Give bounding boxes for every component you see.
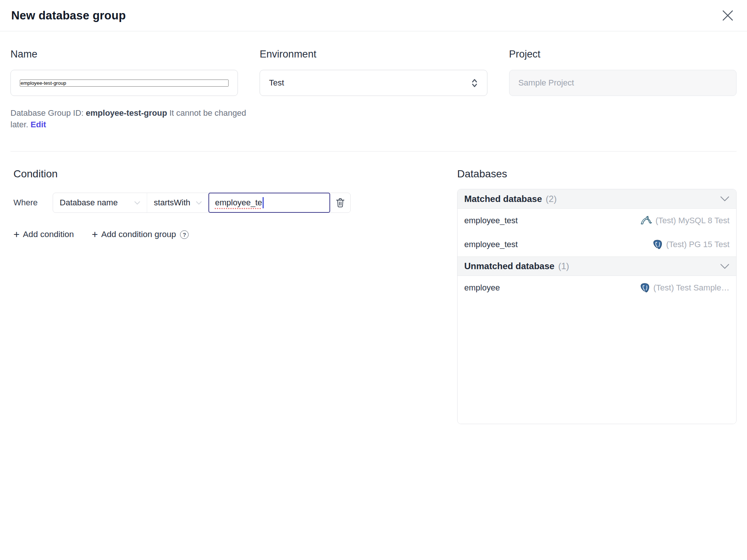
- chevron-down-icon: [134, 201, 140, 205]
- database-row[interactable]: employee (Test) Test Sample…: [458, 276, 736, 300]
- name-label: Name: [10, 49, 238, 60]
- help-icon[interactable]: ?: [180, 230, 189, 239]
- close-button[interactable]: [721, 9, 734, 22]
- postgres-icon: [639, 283, 650, 293]
- unmatched-database-count: (1): [558, 261, 569, 271]
- matched-database-label: Matched database: [464, 194, 542, 204]
- project-selected-value: Sample Project: [518, 78, 574, 88]
- where-label: Where: [13, 198, 38, 208]
- text-caret: [263, 197, 264, 208]
- plus-icon: +: [92, 229, 98, 240]
- condition-operator-value: startsWith: [154, 198, 190, 208]
- database-name: employee: [464, 283, 500, 293]
- matched-database-header[interactable]: Matched database (2): [458, 189, 736, 209]
- condition-factor-select[interactable]: Database name: [53, 193, 147, 212]
- id-note-prefix: Database Group ID:: [10, 108, 86, 118]
- name-field-group: Name: [10, 49, 238, 96]
- environment-select[interactable]: Test: [260, 70, 487, 96]
- postgres-icon: [652, 239, 663, 250]
- add-condition-group-label: Add condition group: [101, 230, 176, 239]
- database-row[interactable]: employee_test (Test) MySQL 8 Test: [458, 209, 736, 233]
- chevron-down-icon: [720, 196, 729, 202]
- condition-factor-value: Database name: [60, 198, 118, 208]
- instance-name: (Test) Test Sample…: [653, 283, 729, 293]
- database-name: employee_test: [464, 216, 518, 225]
- condition-section: Condition Where Database name startsWith: [10, 168, 457, 240]
- database-row[interactable]: employee_test (Test) PG 15 Test: [458, 233, 736, 256]
- condition-actions: + Add condition + Add condition group ?: [13, 229, 457, 240]
- databases-panel: Matched database (2) employee_test: [457, 189, 737, 424]
- chevron-down-icon: [720, 264, 729, 269]
- dialog-header: New database group: [0, 0, 747, 31]
- database-name: employee_test: [464, 240, 518, 249]
- database-group-id-note: Database Group ID: employee-test-group I…: [10, 107, 249, 130]
- environment-field-group: Environment Test: [260, 49, 487, 96]
- up-down-chevrons-icon: [471, 78, 478, 88]
- delete-condition-button[interactable]: [330, 193, 350, 212]
- condition-row: Where Database name startsWith: [13, 193, 457, 213]
- plus-icon: +: [13, 229, 19, 240]
- close-icon: [722, 10, 733, 21]
- unmatched-database-label: Unmatched database: [464, 261, 554, 271]
- condition-heading: Condition: [13, 168, 457, 180]
- condition-group: Database name startsWith employee_te: [53, 193, 351, 213]
- panel-empty-area: [458, 300, 736, 424]
- id-note-value: employee-test-group: [86, 108, 167, 118]
- project-field-group: Project Sample Project: [509, 49, 737, 96]
- condition-value-text: employee_te: [215, 198, 262, 208]
- add-condition-group-button[interactable]: + Add condition group ?: [92, 229, 189, 240]
- form-grid: Name Environment Test Project Sample Pro…: [10, 49, 737, 96]
- name-input[interactable]: [20, 80, 229, 87]
- matched-database-count: (2): [546, 194, 557, 204]
- databases-section: Databases Matched database (2) employee_…: [457, 168, 737, 424]
- add-condition-label: Add condition: [23, 230, 74, 239]
- instance-name: (Test) MySQL 8 Test: [655, 216, 729, 225]
- condition-operator-select[interactable]: startsWith: [147, 193, 208, 212]
- environment-selected-value: Test: [269, 78, 284, 88]
- project-select: Sample Project: [509, 70, 737, 96]
- environment-label: Environment: [260, 49, 487, 60]
- instance-name: (Test) PG 15 Test: [666, 240, 729, 249]
- edit-id-link[interactable]: Edit: [31, 120, 46, 129]
- mysql-icon: [641, 215, 652, 227]
- unmatched-database-header[interactable]: Unmatched database (1): [458, 256, 736, 276]
- condition-value-input[interactable]: employee_te: [208, 193, 330, 213]
- chevron-down-icon: [196, 201, 202, 205]
- project-label: Project: [509, 49, 737, 60]
- databases-heading: Databases: [457, 168, 737, 180]
- trash-icon: [335, 197, 345, 208]
- add-condition-button[interactable]: + Add condition: [13, 229, 74, 240]
- section-divider: [10, 151, 737, 152]
- dialog-title: New database group: [11, 9, 126, 22]
